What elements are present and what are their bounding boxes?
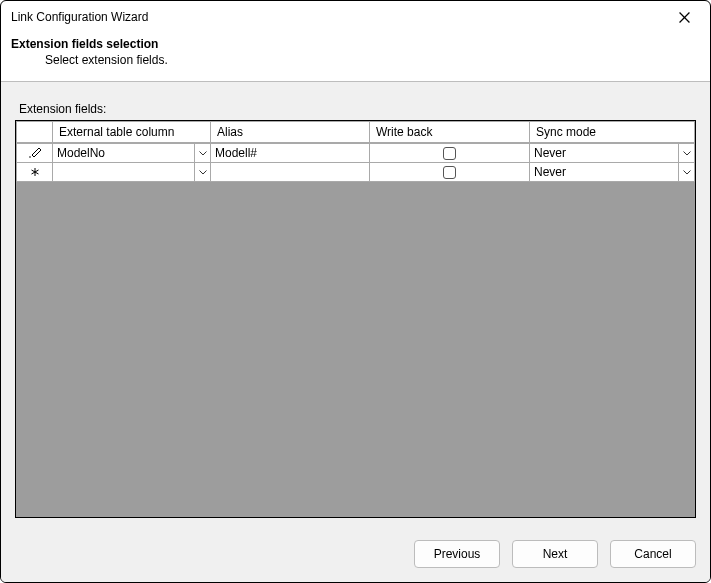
- write-back-checkbox[interactable]: [443, 166, 456, 179]
- chevron-down-icon: [683, 151, 691, 156]
- window-title: Link Configuration Wizard: [11, 10, 148, 24]
- sync-mode-value: Never: [530, 146, 678, 160]
- next-button[interactable]: Next: [512, 540, 598, 568]
- cell-external[interactable]: ModelNo: [53, 144, 211, 163]
- step-heading: Extension fields selection: [11, 37, 698, 51]
- fields-table: External table column Alias Write back S…: [16, 121, 695, 182]
- external-value: ModelNo: [53, 146, 194, 160]
- col-alias[interactable]: Alias: [211, 122, 370, 143]
- sync-mode-dropdown[interactable]: [678, 144, 694, 162]
- step-subheading: Select extension fields.: [11, 53, 698, 67]
- external-dropdown[interactable]: [194, 144, 210, 162]
- cell-write-back[interactable]: [370, 163, 530, 182]
- col-sync-mode[interactable]: Sync mode: [530, 122, 695, 143]
- close-button[interactable]: [666, 5, 702, 29]
- col-external[interactable]: External table column: [53, 122, 211, 143]
- titlebar: Link Configuration Wizard: [1, 1, 710, 31]
- wizard-footer: Previous Next Cancel: [1, 528, 710, 582]
- cell-alias[interactable]: Modell#: [211, 144, 370, 163]
- table-header-row: External table column Alias Write back S…: [17, 122, 695, 143]
- external-dropdown[interactable]: [194, 163, 210, 181]
- row-indicator-new: [17, 163, 53, 182]
- cancel-button[interactable]: Cancel: [610, 540, 696, 568]
- row-indicator-edit: [17, 144, 53, 163]
- col-write-back[interactable]: Write back: [370, 122, 530, 143]
- wizard-header: Extension fields selection Select extens…: [1, 31, 710, 82]
- write-back-checkbox[interactable]: [443, 147, 456, 160]
- wizard-window: Link Configuration Wizard Extension fiel…: [0, 0, 711, 583]
- table-row[interactable]: Never: [17, 163, 695, 182]
- pencil-icon: [27, 146, 43, 160]
- sync-mode-dropdown[interactable]: [678, 163, 694, 181]
- table-row[interactable]: ModelNo Modell#: [17, 144, 695, 163]
- extension-fields-label: Extension fields:: [19, 102, 696, 116]
- cell-sync-mode[interactable]: Never: [530, 144, 695, 163]
- previous-button[interactable]: Previous: [414, 540, 500, 568]
- chevron-down-icon: [199, 170, 207, 175]
- asterisk-icon: [27, 165, 43, 179]
- chevron-down-icon: [199, 151, 207, 156]
- cell-write-back[interactable]: [370, 144, 530, 163]
- extension-fields-grid: External table column Alias Write back S…: [15, 120, 696, 518]
- svg-point-2: [29, 156, 31, 158]
- content-area: Extension fields: External table column …: [1, 82, 710, 528]
- cell-sync-mode[interactable]: Never: [530, 163, 695, 182]
- chevron-down-icon: [683, 170, 691, 175]
- alias-value: Modell#: [211, 146, 369, 160]
- sync-mode-value: Never: [530, 165, 678, 179]
- cell-alias[interactable]: [211, 163, 370, 182]
- cell-external[interactable]: [53, 163, 211, 182]
- row-header-col: [17, 122, 53, 143]
- close-icon: [679, 12, 690, 23]
